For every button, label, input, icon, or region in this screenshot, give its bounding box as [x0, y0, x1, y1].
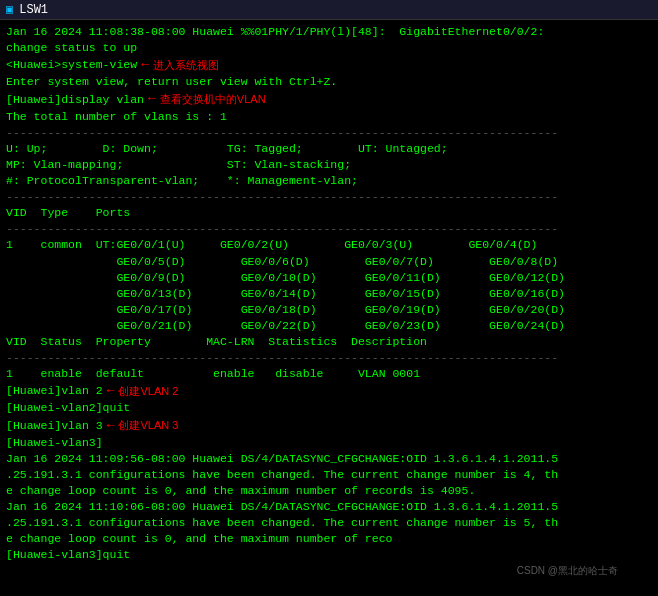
- terminal-line: 1 common UT:GE0/0/1(U) GE0/0/2(U) GE0/0/…: [6, 237, 652, 253]
- terminal-line: Jan 16 2024 11:09:56-08:00 Huawei DS/4/D…: [6, 451, 652, 467]
- terminal-line: GE0/0/13(D) GE0/0/14(D) GE0/0/15(D) GE0/…: [6, 286, 652, 302]
- annotation-text: 查看交换机中的VLAN: [160, 92, 266, 107]
- annotation-arrow: ←: [141, 56, 149, 74]
- terminal-line: GE0/0/5(D) GE0/0/6(D) GE0/0/7(D) GE0/0/8…: [6, 254, 652, 270]
- terminal-line: [Huawei]display vlan←查看交换机中的VLAN: [6, 90, 652, 108]
- cmd-text: <Huawei>system-view: [6, 57, 137, 73]
- terminal-line: <Huawei>system-view←进入系统视图: [6, 56, 652, 74]
- watermark: CSDN @黑北的哈士奇: [517, 564, 618, 578]
- cmd-text: [Huawei]display vlan: [6, 92, 144, 108]
- cmd-text: [Huawei]vlan 2: [6, 383, 103, 399]
- terminal-line: [Huawei]vlan 2←创建VLAN 2: [6, 382, 652, 400]
- terminal-line: e change loop count is 0, and the maximu…: [6, 483, 652, 499]
- title-bar: ▣ LSW1: [0, 0, 658, 20]
- terminal-line: VID Status Property MAC-LRN Statistics D…: [6, 334, 652, 350]
- annotation-arrow: ←: [148, 90, 156, 108]
- terminal-line: [Huawei-vlan3]: [6, 435, 652, 451]
- terminal-line: .25.191.3.1 configurations have been cha…: [6, 515, 652, 531]
- terminal-line: e change loop count is 0, and the maximu…: [6, 531, 652, 547]
- terminal-line: Enter system view, return user view with…: [6, 74, 652, 90]
- terminal-window: ▣ LSW1 Jan 16 2024 11:08:38-08:00 Huawei…: [0, 0, 658, 596]
- terminal-line: GE0/0/21(D) GE0/0/22(D) GE0/0/23(D) GE0/…: [6, 318, 652, 334]
- terminal-line: VID Type Ports: [6, 205, 652, 221]
- annotation-arrow: ←: [107, 382, 115, 400]
- terminal-line: GE0/0/17(D) GE0/0/18(D) GE0/0/19(D) GE0/…: [6, 302, 652, 318]
- terminal-line: #: ProtocolTransparent-vlan; *: Manageme…: [6, 173, 652, 189]
- terminal-line: 1 enable default enable disable VLAN 000…: [6, 366, 652, 382]
- terminal-line: GE0/0/9(D) GE0/0/10(D) GE0/0/11(D) GE0/0…: [6, 270, 652, 286]
- window-title: LSW1: [19, 3, 48, 17]
- terminal-line: [Huawei]vlan 3←创建VLAN 3: [6, 417, 652, 435]
- terminal-line: ----------------------------------------…: [6, 350, 652, 366]
- annotation-text: 创建VLAN 3: [118, 418, 178, 433]
- terminal-line: ----------------------------------------…: [6, 189, 652, 205]
- terminal-line: ----------------------------------------…: [6, 125, 652, 141]
- window-icon: ▣: [6, 2, 13, 17]
- terminal-line: U: Up; D: Down; TG: Tagged; UT: Untagged…: [6, 141, 652, 157]
- annotation-text: 创建VLAN 2: [118, 384, 178, 399]
- terminal-line: MP: Vlan-mapping; ST: Vlan-stacking;: [6, 157, 652, 173]
- terminal-line: Jan 16 2024 11:10:06-08:00 Huawei DS/4/D…: [6, 499, 652, 515]
- terminal-line: .25.191.3.1 configurations have been cha…: [6, 467, 652, 483]
- terminal-line: change status to up: [6, 40, 652, 56]
- terminal-line: Jan 16 2024 11:08:38-08:00 Huawei %%01PH…: [6, 24, 652, 40]
- terminal-line: The total number of vlans is : 1: [6, 109, 652, 125]
- annotation-text: 进入系统视图: [153, 58, 219, 73]
- terminal-body[interactable]: Jan 16 2024 11:08:38-08:00 Huawei %%01PH…: [0, 20, 658, 596]
- terminal-line: [Huawei-vlan2]quit: [6, 400, 652, 416]
- terminal-line: ----------------------------------------…: [6, 221, 652, 237]
- annotation-arrow: ←: [107, 417, 115, 435]
- cmd-text: [Huawei]vlan 3: [6, 418, 103, 434]
- terminal-line: [Huawei-vlan3]quit: [6, 547, 652, 563]
